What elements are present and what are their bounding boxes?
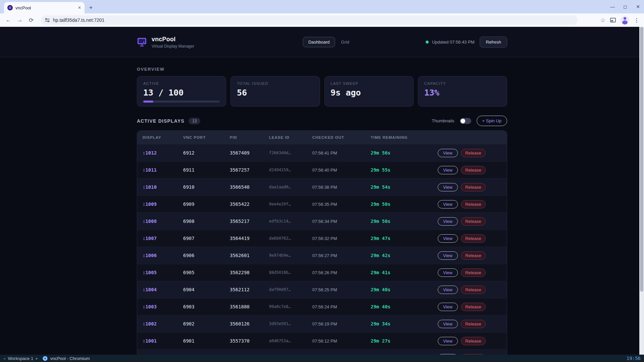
cell-checked-out: 07:56:40 PM — [312, 168, 371, 173]
window-minimize-button[interactable]: — — [610, 4, 615, 9]
window-close-button[interactable]: ✕ — [635, 4, 641, 9]
tab-favicon-icon — [7, 5, 13, 10]
table-row: :1002 6902 3560126 3d93e501… 07:56:19 PM… — [137, 315, 507, 332]
view-button[interactable]: View — [438, 286, 458, 294]
page-scrollbar[interactable] — [639, 27, 644, 355]
card-total-issued: TOTAL ISSUED 56 — [230, 76, 320, 107]
view-button[interactable]: View — [438, 268, 458, 277]
cell-checked-out: 07:56:38 PM — [312, 185, 371, 190]
cell-vnc-port: 6907 — [183, 236, 230, 241]
cell-vnc-port: 6902 — [183, 321, 230, 326]
cell-display: :1012 — [143, 150, 183, 156]
cell-pid: 3567257 — [230, 167, 269, 173]
cell-display: :1006 — [143, 253, 183, 258]
window-maximize-button[interactable]: ◻ — [623, 4, 628, 9]
cell-time-remaining: 29m 34s — [371, 321, 438, 326]
profile-avatar[interactable] — [621, 16, 629, 24]
cell-lease-id: 88d5018b… — [269, 270, 312, 275]
new-tab-button[interactable]: + — [87, 3, 95, 12]
cell-time-remaining: 29m 47s — [371, 236, 438, 241]
cell-time-remaining: 29m 40s — [371, 304, 438, 309]
app-title: vncPool — [152, 36, 194, 43]
status-dot-icon — [426, 41, 429, 44]
view-button[interactable]: View — [438, 337, 458, 345]
card-value: 13 / 100 — [143, 88, 220, 98]
view-button[interactable]: View — [438, 251, 458, 260]
forward-icon[interactable]: → — [14, 17, 25, 23]
view-button[interactable]: View — [438, 183, 458, 191]
release-button[interactable]: Release — [461, 337, 486, 345]
cell-checked-out: 07:56:27 PM — [312, 253, 371, 258]
table-row: :1003 6903 3561880 99a0c7e8… 07:56:24 PM… — [137, 298, 507, 315]
refresh-button[interactable]: Refresh — [480, 37, 507, 48]
release-button[interactable]: Release — [461, 183, 486, 191]
cell-vnc-port: 6908 — [183, 219, 230, 224]
tab-close-icon[interactable]: ✕ — [78, 5, 81, 10]
view-button[interactable]: View — [438, 166, 458, 174]
col-pid: PID — [230, 135, 269, 139]
cell-checked-out: 07:56:34 PM — [312, 219, 371, 224]
release-button[interactable]: Release — [461, 217, 486, 226]
table-row: :1004 6904 3562112 daf90d97… 07:56:25 PM… — [137, 281, 507, 298]
cell-vnc-port: 6912 — [183, 150, 230, 156]
thumbnails-toggle[interactable] — [460, 118, 471, 124]
release-button[interactable]: Release — [461, 251, 486, 260]
cell-checked-out: 07:56:41 PM — [312, 150, 371, 156]
view-button[interactable]: View — [438, 234, 458, 243]
release-button[interactable]: Release — [461, 268, 486, 277]
cell-checked-out: 07:56:26 PM — [312, 270, 371, 275]
cell-vnc-port: 6901 — [183, 338, 230, 344]
cell-time-remaining: 29m 50s — [371, 219, 438, 224]
cell-vnc-port: 6903 — [183, 304, 230, 309]
cell-display: :1003 — [143, 304, 183, 309]
view-button[interactable]: View — [438, 217, 458, 226]
site-info-icon[interactable] — [45, 18, 50, 22]
view-button[interactable]: View — [438, 149, 458, 157]
table-header: DISPLAY VNC PORT PID LEASE ID CHECKED OU… — [137, 131, 507, 144]
spin-up-button[interactable]: + Spin Up — [477, 116, 507, 126]
cell-pid: 3566540 — [230, 184, 269, 190]
cell-time-remaining: 29m 54s — [371, 184, 438, 190]
cell-vnc-port: 6910 — [183, 184, 230, 190]
cell-lease-id: 3d93e501… — [269, 321, 312, 326]
back-icon[interactable]: ← — [3, 17, 14, 23]
cell-checked-out: 07:56:25 PM — [312, 287, 371, 292]
workspace-label[interactable]: Workspace 1 — [8, 356, 34, 361]
bookmark-star-icon[interactable]: ☆ — [600, 17, 605, 24]
release-button[interactable]: Release — [461, 234, 486, 243]
cell-display: :1007 — [143, 236, 183, 241]
card-value: 13% — [424, 88, 501, 98]
release-button[interactable]: Release — [461, 166, 486, 174]
release-button[interactable]: Release — [461, 200, 486, 208]
view-button[interactable]: View — [438, 200, 458, 208]
table-row: :1010 6910 3566540 daa1aad0… 07:56:38 PM… — [137, 178, 507, 195]
col-lease-id: LEASE ID — [269, 135, 312, 139]
table-row: :1005 6905 3562298 88d5018b… 07:56:26 PM… — [137, 264, 507, 281]
cell-vnc-port: 6905 — [183, 270, 230, 275]
nav-dashboard-button[interactable]: Dashboard — [303, 37, 335, 47]
screen: vncPool ✕ + — ◻ ✕ ← → ⟳ hp.tailf35da7.ts… — [0, 0, 644, 362]
card-label: LAST SWEEP — [331, 81, 407, 85]
release-button[interactable]: Release — [461, 320, 486, 328]
cell-pid: 3564419 — [230, 236, 269, 241]
release-button[interactable]: Release — [461, 303, 486, 311]
workspace-prev-icon[interactable]: ◂ — [3, 356, 5, 361]
menu-kebab-icon[interactable]: ⋮ — [634, 17, 639, 23]
view-button[interactable]: View — [438, 320, 458, 328]
workspace-next-icon[interactable]: ▸ — [36, 356, 38, 361]
release-button[interactable]: Release — [461, 149, 486, 157]
nav-grid-link[interactable]: Grid — [341, 40, 350, 45]
taskbar-clock: 19:56 — [627, 356, 641, 361]
address-bar[interactable]: hp.tailf35da7.ts.net:7201 — [41, 15, 578, 25]
scrollbar-thumb[interactable] — [640, 27, 643, 292]
view-button[interactable]: View — [438, 303, 458, 311]
taskbar-window-title[interactable]: vncPool - Chromium — [50, 356, 90, 361]
cell-lease-id: daf90d97… — [269, 287, 312, 292]
cell-time-remaining: 29m 50s — [371, 201, 438, 207]
cell-display: :1005 — [143, 270, 183, 275]
browser-window-icon[interactable] — [610, 18, 616, 22]
release-button[interactable]: Release — [461, 286, 486, 294]
reload-icon[interactable]: ⟳ — [25, 17, 37, 24]
cell-lease-id: 9e974b9e… — [269, 253, 312, 258]
browser-tab[interactable]: vncPool ✕ — [4, 2, 85, 13]
